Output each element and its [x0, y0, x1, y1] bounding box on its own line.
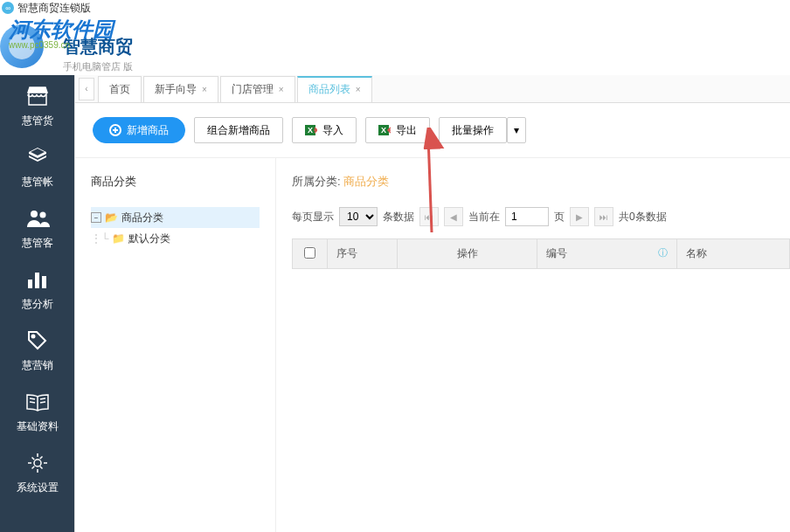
sidebar-item-marketing[interactable]: 慧营销 [0, 320, 74, 381]
product-table: 序号 操作 编号 ⓘ 名称 [292, 238, 790, 269]
add-product-button[interactable]: 新增商品 [93, 117, 185, 143]
col-code: 编号 ⓘ [537, 239, 677, 269]
open-book-icon [25, 390, 50, 414]
prev-page-button[interactable]: ◀ [444, 207, 463, 226]
close-icon[interactable]: × [202, 85, 207, 94]
svg-text:X: X [308, 126, 313, 135]
tab-label: 门店管理 [232, 82, 274, 97]
button-label: 导入 [322, 123, 343, 138]
info-icon[interactable]: ⓘ [658, 246, 668, 259]
svg-point-1 [39, 211, 45, 218]
svg-point-0 [31, 211, 38, 218]
svg-text:X: X [381, 126, 386, 135]
svg-rect-3 [35, 273, 39, 288]
tab-guide[interactable]: 新手向导 × [143, 76, 218, 102]
tab-scroll-left-button[interactable]: ‹ [79, 78, 94, 100]
sidebar: 慧管货 慧管帐 慧管客 慧分析 慧营销 [0, 75, 74, 532]
sidebar-label: 慧管货 [22, 114, 53, 128]
sidebar-item-basic[interactable]: 基础资料 [0, 381, 74, 442]
app-icon: ∞ [2, 2, 14, 14]
svg-line-10 [40, 402, 45, 403]
filter-label: 所属分类: [292, 175, 341, 188]
product-list-panel: 所属分类: 商品分类 每页显示 10 条数据 ⏮ ◀ 当前在 页 ▶ ⏭ [276, 158, 790, 532]
svg-rect-4 [42, 276, 46, 288]
sidebar-item-accounts[interactable]: 慧管帐 [0, 136, 74, 197]
sidebar-label: 慧管帐 [22, 175, 53, 190]
first-page-button[interactable]: ⏮ [419, 207, 439, 226]
users-icon [25, 206, 50, 231]
tab-label: 首页 [109, 82, 130, 97]
sidebar-item-analysis[interactable]: 慧分析 [0, 259, 74, 320]
tree-node-label: 默认分类 [128, 231, 170, 246]
select-all-header [293, 239, 328, 269]
tab-label: 新手向导 [155, 82, 197, 97]
plus-icon [109, 124, 121, 136]
logo-overlay: 河东软件园 www.pc0359.cn [9, 16, 114, 50]
button-label: 组合新增商品 [207, 123, 270, 138]
svg-point-5 [31, 335, 34, 337]
button-label: 批量操作 [452, 123, 494, 138]
tab-label: 商品列表 [308, 82, 350, 97]
book-icon [25, 145, 50, 169]
total-text: 共0条数据 [619, 210, 667, 225]
close-icon[interactable]: × [279, 85, 284, 94]
table-header-row: 序号 操作 编号 ⓘ 名称 [293, 239, 790, 269]
sidebar-label: 基础资料 [17, 419, 59, 434]
batch-dropdown-button[interactable]: ▾ [507, 117, 526, 143]
folder-open-icon: 📂 [105, 211, 118, 224]
tab-product-list[interactable]: 商品列表 × [297, 76, 372, 102]
col-action: 操作 [398, 239, 537, 269]
tree-child-row[interactable]: ⋮└ 📁 默认分类 [91, 228, 260, 249]
col-name: 名称 [677, 239, 790, 269]
pagination: 每页显示 10 条数据 ⏮ ◀ 当前在 页 ▶ ⏭ 共0条数据 [292, 207, 790, 226]
sidebar-item-customers[interactable]: 慧管客 [0, 197, 74, 259]
svg-line-8 [30, 402, 35, 403]
batch-action-button[interactable]: 批量操作 [439, 117, 507, 143]
select-all-checkbox[interactable] [304, 247, 315, 259]
current-page-label: 当前在 [468, 210, 500, 225]
brand-tagline: 手机电脑管店 版 [63, 60, 133, 73]
combine-add-button[interactable]: 组合新增商品 [194, 117, 283, 143]
tree-collapse-icon[interactable]: − [91, 212, 101, 223]
store-icon [25, 84, 50, 108]
chevron-down-icon: ▾ [514, 124, 519, 136]
sidebar-label: 慧分析 [22, 297, 53, 312]
logo-area: 河东软件园 www.pc0359.cn 智慧商贸 手机电脑管店 版 [0, 16, 790, 75]
tree-root-row[interactable]: − 📂 商品分类 [91, 207, 260, 228]
svg-line-7 [30, 398, 35, 399]
import-button[interactable]: X 导入 [292, 117, 357, 143]
current-page-input[interactable] [505, 207, 549, 226]
filter-value[interactable]: 商品分类 [343, 175, 389, 188]
sidebar-item-settings[interactable]: 系统设置 [0, 442, 74, 503]
sidebar-label: 系统设置 [17, 480, 59, 495]
records-suffix: 条数据 [383, 210, 414, 225]
gear-icon [25, 451, 50, 475]
close-icon[interactable]: × [356, 85, 361, 94]
category-panel: 商品分类 − 📂 商品分类 ⋮└ 📁 默认分类 [75, 158, 276, 532]
sidebar-label: 慧管客 [22, 236, 53, 251]
last-page-button[interactable]: ⏭ [594, 207, 613, 226]
category-tree: − 📂 商品分类 ⋮└ 📁 默认分类 [91, 207, 260, 249]
button-label: 导出 [396, 123, 417, 138]
next-page-button[interactable]: ▶ [570, 207, 589, 226]
col-seq: 序号 [328, 239, 398, 269]
sidebar-item-goods[interactable]: 慧管货 [0, 75, 74, 136]
window-title-bar: ∞ 智慧商贸连锁版 [0, 0, 790, 16]
tag-icon [25, 328, 50, 353]
excel-import-icon: X [305, 124, 317, 136]
svg-rect-2 [28, 280, 32, 288]
chart-bar-icon [25, 267, 50, 292]
excel-export-icon: X [378, 124, 391, 136]
per-page-select[interactable]: 10 [339, 207, 378, 226]
sidebar-label: 慧营销 [22, 358, 53, 373]
svg-line-9 [40, 398, 45, 399]
tab-home[interactable]: 首页 [98, 76, 142, 102]
tree-line: ⋮└ [91, 232, 108, 245]
filter-breadcrumb: 所属分类: 商品分类 [292, 174, 790, 190]
panel-title: 商品分类 [91, 174, 260, 190]
page-suffix: 页 [554, 210, 565, 225]
export-button[interactable]: X 导出 [365, 117, 430, 143]
tab-store-manage[interactable]: 门店管理 × [220, 76, 295, 102]
tabs-bar: ‹ 首页 新手向导 × 门店管理 × 商品列表 × [75, 75, 790, 103]
tree-node-label: 商品分类 [121, 211, 163, 225]
